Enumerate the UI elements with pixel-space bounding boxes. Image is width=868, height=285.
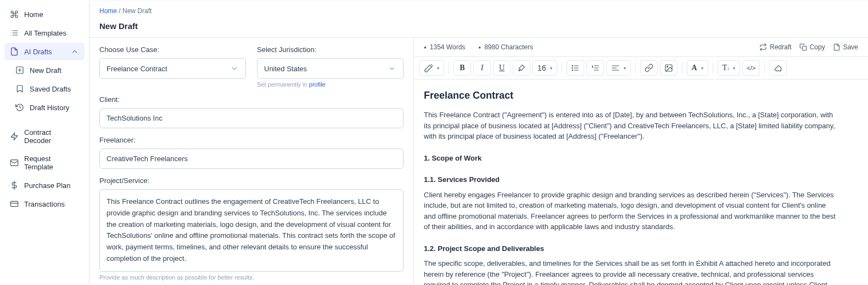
project-hint: Provide as much description as possible … bbox=[99, 274, 404, 281]
freelancer-label: Freelancer: bbox=[99, 136, 404, 144]
save-icon bbox=[833, 43, 841, 51]
usecase-label: Choose Use Case: bbox=[99, 45, 246, 54]
sidebar-item-label: Draft History bbox=[30, 104, 69, 112]
svg-point-28 bbox=[667, 66, 668, 67]
font-size-select[interactable]: 16▾ bbox=[533, 60, 557, 76]
svg-rect-14 bbox=[802, 46, 807, 50]
link-button[interactable] bbox=[640, 60, 658, 76]
bold-button[interactable]: B bbox=[453, 60, 471, 76]
sidebar-item-label: All Templates bbox=[24, 29, 66, 37]
word-count: 1354 Words bbox=[424, 43, 465, 51]
document-content[interactable]: Freelance Contract This Freelance Contra… bbox=[424, 88, 836, 285]
page-title: New Draft bbox=[89, 18, 868, 37]
sidebar-item-purchase-plan[interactable]: Purchase Plan bbox=[4, 176, 85, 194]
text-style-button[interactable]: T↕▾ bbox=[718, 60, 741, 76]
project-textarea[interactable]: This Freelance Contract outlines the eng… bbox=[99, 189, 404, 272]
chevron-up-icon bbox=[70, 47, 79, 56]
plus-square-icon bbox=[15, 66, 24, 75]
jurisdiction-label: Select Jurisdiction: bbox=[257, 45, 404, 54]
sidebar-item-label: Transactions bbox=[24, 200, 65, 208]
sidebar-item-transactions[interactable]: Transactions bbox=[4, 195, 85, 213]
chevron-down-icon bbox=[230, 64, 239, 73]
sidebar-item-home[interactable]: Home bbox=[4, 5, 85, 23]
doc-p-services: Client hereby engages Freelancer to prov… bbox=[424, 190, 836, 232]
sidebar-item-label: AI Drafts bbox=[24, 48, 52, 56]
eraser-button[interactable] bbox=[769, 60, 787, 76]
sidebar-item-label: Request Template bbox=[24, 155, 79, 171]
sidebar-item-label: Purchase Plan bbox=[24, 181, 71, 190]
lightning-icon bbox=[10, 132, 19, 141]
sidebar-item-saved-drafts[interactable]: Saved Drafts bbox=[4, 80, 85, 98]
freelancer-input[interactable] bbox=[99, 149, 404, 169]
editor-toolbar: ▾ B I U 16▾ ▾ A▾ T↕▾ </> bbox=[414, 56, 868, 79]
number-list-icon bbox=[591, 64, 600, 72]
sidebar-item-contract-decoder[interactable]: Contract Decoder bbox=[4, 124, 85, 149]
jurisdiction-select[interactable]: United States bbox=[257, 58, 404, 79]
sidebar-item-label: Contract Decoder bbox=[24, 128, 79, 145]
mail-icon bbox=[10, 158, 19, 167]
sidebar-item-new-draft[interactable]: New Draft bbox=[4, 61, 85, 79]
doc-h-scope: 1. Scope of Work bbox=[424, 153, 836, 164]
link-icon bbox=[645, 64, 653, 72]
client-label: Client: bbox=[99, 95, 404, 104]
svg-point-20 bbox=[572, 70, 573, 70]
text-color-button[interactable]: A▾ bbox=[687, 60, 708, 76]
sidebar-item-label: Home bbox=[24, 10, 43, 19]
bullet-list-icon bbox=[571, 64, 580, 72]
underline-button[interactable]: U bbox=[493, 60, 511, 76]
image-button[interactable] bbox=[660, 60, 677, 76]
main: Home / New Draft New Draft Choose Use Ca… bbox=[89, 0, 868, 285]
save-button[interactable]: Save bbox=[833, 43, 858, 51]
preview-panel: 1354 Words 8980 Characters Redraft Copy … bbox=[413, 38, 868, 285]
highlight-button[interactable] bbox=[513, 60, 530, 76]
history-icon bbox=[15, 103, 24, 112]
sidebar-item-templates[interactable]: All Templates bbox=[4, 24, 85, 42]
dollar-icon bbox=[10, 181, 19, 190]
align-button[interactable]: ▾ bbox=[606, 60, 631, 76]
doc-p-deliv: The specific scope, deliverables, and ti… bbox=[424, 258, 836, 285]
redraft-button[interactable]: Redraft bbox=[759, 43, 791, 51]
code-button[interactable]: </> bbox=[742, 60, 760, 76]
jurisdiction-hint: Set permanently in profile bbox=[257, 81, 404, 88]
bullet-list-button[interactable] bbox=[567, 60, 584, 76]
document-scroll[interactable]: Freelance Contract This Freelance Contra… bbox=[414, 79, 868, 285]
wand-icon bbox=[424, 64, 433, 72]
bookmark-icon bbox=[15, 84, 24, 93]
image-icon bbox=[664, 64, 673, 72]
doc-title: Freelance Contract bbox=[424, 88, 836, 103]
doc-h-deliv: 1.2. Project Scope and Deliverables bbox=[424, 243, 836, 254]
sidebar-item-label: New Draft bbox=[30, 66, 61, 75]
breadcrumb-current: New Draft bbox=[122, 7, 152, 15]
client-input[interactable] bbox=[99, 108, 404, 128]
svg-rect-12 bbox=[10, 201, 18, 206]
sidebar-item-label: Saved Drafts bbox=[30, 85, 71, 93]
sidebar-item-draft-history[interactable]: Draft History bbox=[4, 99, 85, 116]
sidebar-item-ai-drafts[interactable]: AI Drafts bbox=[4, 43, 85, 60]
profile-link[interactable]: profile bbox=[309, 81, 326, 88]
doc-intro: This Freelance Contract ("Agreement") is… bbox=[424, 110, 836, 142]
sidebar-item-request-template[interactable]: Request Template bbox=[4, 150, 85, 175]
magic-button[interactable]: ▾ bbox=[419, 60, 444, 76]
copy-button[interactable]: Copy bbox=[799, 43, 825, 51]
chevron-down-icon bbox=[388, 64, 396, 73]
document-icon bbox=[10, 47, 19, 56]
doc-h-services: 1.1. Services Provided bbox=[424, 174, 836, 185]
svg-point-18 bbox=[572, 65, 573, 66]
number-list-button[interactable] bbox=[586, 60, 604, 76]
svg-marker-9 bbox=[11, 133, 18, 140]
sidebar: Home All Templates AI Drafts New Draft S… bbox=[0, 0, 89, 285]
eraser-icon bbox=[774, 64, 782, 72]
breadcrumb-home[interactable]: Home bbox=[99, 7, 117, 15]
usecase-select[interactable]: Freelance Contract bbox=[99, 58, 246, 79]
form-panel: Choose Use Case: Freelance Contract Sele… bbox=[89, 38, 413, 285]
align-icon bbox=[611, 64, 620, 72]
command-icon bbox=[10, 10, 19, 19]
svg-point-19 bbox=[572, 67, 573, 68]
list-icon bbox=[10, 29, 19, 37]
highlight-icon bbox=[517, 64, 526, 72]
italic-button[interactable]: I bbox=[473, 60, 491, 76]
char-count: 8980 Characters bbox=[478, 43, 533, 51]
refresh-icon bbox=[759, 43, 767, 51]
project-label: Project/Service: bbox=[99, 176, 404, 185]
card-icon bbox=[10, 200, 19, 208]
